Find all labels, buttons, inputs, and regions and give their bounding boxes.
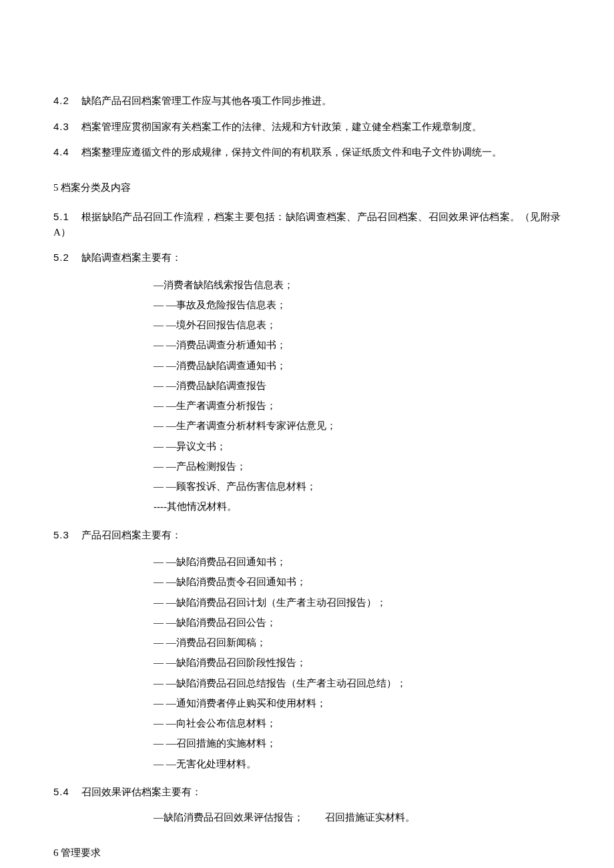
clause-number: 5.2 — [53, 252, 69, 263]
list-5-2-item: — —生产者调查分析材料专家评估意见； — [53, 417, 561, 434]
list-5-3-item: — —向社会公布信息材料； — [53, 715, 561, 732]
list-5-3-item: — —缺陷消费品召回通知书； — [53, 553, 561, 570]
clause-number: 4.3 — [53, 121, 69, 132]
clause-5-4-seg2: 召回措施证实材料。 — [325, 810, 415, 825]
list-5-3-item: — —召回措施的实施材料； — [53, 735, 561, 752]
clause-5-4-seg1: —缺陷消费品召回效果评估报告； — [154, 812, 304, 823]
clause-5-4-body: —缺陷消费品召回效果评估报告； 召回措施证实材料。 — [53, 810, 561, 825]
clause-text: 缺陷调查档案主要有： — [81, 252, 182, 263]
clause-text: 根据缺陷产品召回工作流程，档案主要包括：缺陷调查档案、产品召回档案、召回效果评估… — [53, 211, 561, 238]
list-5-3-item: — —通知消费者停止购买和使用材料； — [53, 695, 561, 712]
list-5-2-item: —消费者缺陷线索报告信息表； — [53, 276, 561, 294]
list-5-3-item: — —缺陷消费品召回计划（生产者主动召回报告）； — [53, 594, 561, 611]
list-5-3-item: — —缺陷消费品召回阶段性报告； — [53, 654, 561, 671]
clause-text: 缺陷产品召回档案管理工作应与其他各项工作同步推进。 — [81, 95, 332, 106]
clause-number: 4.4 — [53, 146, 69, 157]
clause-number: 5.4 — [53, 786, 69, 797]
list-5-2-item: — —产品检测报告； — [53, 458, 561, 475]
list-5-3-item: — —消费品召回新闻稿； — [53, 634, 561, 651]
list-5-2-item: — —消费品调查分析通知书； — [53, 336, 561, 354]
list-5-2-item: — —消费品缺陷调查通知书； — [53, 357, 561, 374]
list-5-2-item: — —消费品缺陷调查报告 — [53, 377, 561, 394]
clause-number: 5.1 — [53, 211, 69, 222]
list-5-2-item: — —事故及危险报告信息表； — [53, 296, 561, 314]
list-5-3-item: — —缺陷消费品召回总结报告（生产者主动召回总结）； — [53, 675, 561, 692]
clause-5-3-lead: 5.3产品召回档案主要有： — [53, 528, 561, 543]
list-5-2-item: — —异议文书； — [53, 438, 561, 455]
list-5-2: —消费者缺陷线索报告信息表；— —事故及危险报告信息表；— —境外召回报告信息表… — [53, 276, 561, 516]
list-5-3-item: — —缺陷消费品责令召回通知书； — [53, 573, 561, 590]
list-5-3: — —缺陷消费品召回通知书；— —缺陷消费品责令召回通知书；— —缺陷消费品召回… — [53, 553, 561, 773]
section-6-title: 6 管理要求 — [53, 845, 561, 861]
clause-4-3: 4.3档案管理应贯彻国家有关档案工作的法律、法规和方针政策，建立健全档案工作规章… — [53, 119, 561, 135]
clause-text: 产品召回档案主要有： — [81, 530, 182, 540]
clause-5-2-lead: 5.2缺陷调查档案主要有： — [53, 250, 561, 266]
section-5-title: 5 档案分类及内容 — [53, 180, 561, 195]
clause-text: 档案整理应遵循文件的形成规律，保持文件间的有机联系，保证纸质文件和电子文件协调统… — [81, 147, 502, 157]
list-5-3-item: — —无害化处理材料。 — [53, 755, 561, 773]
list-5-2-item: — —顾客投诉、产品伤害信息材料； — [53, 478, 561, 495]
clause-5-4-lead: 5.4召回效果评估档案主要有： — [53, 785, 561, 800]
list-5-2-item: ----其他情况材料。 — [53, 498, 561, 515]
clause-4-4: 4.4档案整理应遵循文件的形成规律，保持文件间的有机联系，保证纸质文件和电子文件… — [53, 145, 561, 160]
clause-text: 档案管理应贯彻国家有关档案工作的法律、法规和方针政策，建立健全档案工作规章制度。 — [81, 121, 482, 132]
clause-4-2: 4.2缺陷产品召回档案管理工作应与其他各项工作同步推进。 — [53, 93, 561, 109]
clause-number: 4.2 — [53, 95, 69, 106]
clause-number: 5.3 — [53, 529, 69, 540]
list-5-3-item: — —缺陷消费品召回公告； — [53, 614, 561, 631]
list-5-2-item: — —境外召回报告信息表； — [53, 316, 561, 334]
clause-5-1: 5.1根据缺陷产品召回工作流程，档案主要包括：缺陷调查档案、产品召回档案、召回效… — [53, 209, 561, 240]
list-5-2-item: — —生产者调查分析报告； — [53, 397, 561, 414]
clause-text: 召回效果评估档案主要有： — [81, 787, 202, 797]
